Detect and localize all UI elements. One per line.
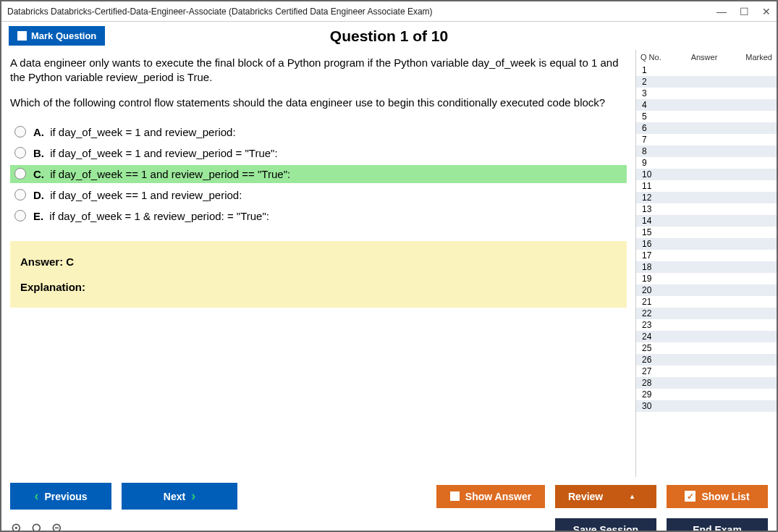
question-list-row[interactable]: 9 bbox=[636, 157, 777, 169]
col-marked: Marked bbox=[736, 53, 772, 62]
radio-icon[interactable] bbox=[14, 168, 26, 180]
zoom-out-icon[interactable] bbox=[51, 522, 65, 533]
radio-icon[interactable] bbox=[14, 126, 26, 138]
question-paragraph-2: Which of the following control flow stat… bbox=[10, 96, 627, 110]
close-icon[interactable]: ✕ bbox=[762, 6, 771, 17]
question-list-row[interactable]: 26 bbox=[636, 354, 777, 366]
radio-icon[interactable] bbox=[14, 189, 26, 200]
next-button[interactable]: Next› bbox=[122, 483, 237, 510]
next-button-label: Next bbox=[164, 491, 185, 502]
end-exam-button[interactable]: End Exam bbox=[667, 518, 768, 532]
question-header: Mark Question Question 1 of 10 bbox=[1, 22, 777, 50]
question-list-row[interactable]: 11 bbox=[636, 180, 777, 192]
mark-question-button[interactable]: Mark Question bbox=[9, 26, 105, 46]
zoom-controls bbox=[10, 522, 65, 533]
question-list-row[interactable]: 23 bbox=[636, 319, 777, 331]
option-label: D. if day_of_week == 1 and review_period… bbox=[33, 189, 242, 201]
zoom-reset-icon[interactable] bbox=[10, 522, 25, 533]
zoom-in-icon[interactable] bbox=[30, 522, 45, 533]
option-row-e[interactable]: E. if day_of_week = 1 & review_period: =… bbox=[10, 207, 627, 225]
answer-box: Answer: C Explanation: bbox=[10, 241, 627, 308]
show-list-button-label: Show List bbox=[701, 491, 749, 502]
question-list-row[interactable]: 22 bbox=[636, 308, 777, 319]
footer-region: ‹PreviousNext›Show AnswerReview▴✓Show Li… bbox=[1, 477, 777, 532]
radio-icon[interactable] bbox=[14, 210, 26, 221]
titlebar: Databricks Databricks-Certified-Data-Eng… bbox=[1, 1, 777, 22]
window-controls: — ☐ ✕ bbox=[716, 6, 771, 17]
end-exam-button-label: End Exam bbox=[693, 524, 742, 532]
question-list-row[interactable]: 5 bbox=[636, 111, 777, 122]
question-list-row[interactable]: 27 bbox=[636, 366, 777, 377]
question-list-row[interactable]: 1 bbox=[636, 64, 777, 76]
save-session-button[interactable]: Save Session bbox=[555, 518, 656, 532]
show-answer-button-label: Show Answer bbox=[465, 491, 531, 502]
minimize-icon[interactable]: — bbox=[716, 6, 727, 17]
option-label: C. if day_of_week == 1 and review_period… bbox=[33, 168, 290, 180]
question-list-row[interactable]: 14 bbox=[636, 215, 777, 227]
review-button[interactable]: Review▴ bbox=[555, 485, 656, 508]
show-list-button[interactable]: ✓Show List bbox=[667, 485, 768, 508]
previous-button[interactable]: ‹Previous bbox=[10, 483, 111, 510]
mark-question-label: Mark Question bbox=[31, 30, 96, 41]
window-title: Databricks Databricks-Certified-Data-Eng… bbox=[7, 7, 716, 17]
caret-up-icon: ▴ bbox=[630, 492, 634, 500]
question-list-row[interactable]: 10 bbox=[636, 169, 777, 180]
option-label: E. if day_of_week = 1 & review_period: =… bbox=[33, 210, 269, 222]
question-list-row[interactable]: 29 bbox=[636, 389, 777, 400]
question-list-rows[interactable]: 1234567891011121314151617181920212223242… bbox=[636, 64, 777, 477]
main-area: A data engineer only wants to execute th… bbox=[1, 50, 777, 477]
option-label: B. if day_of_week = 1 and review_period … bbox=[33, 147, 278, 159]
question-counter: Question 1 of 10 bbox=[1, 28, 777, 45]
question-list-row[interactable]: 24 bbox=[636, 331, 777, 342]
question-pane: A data engineer only wants to execute th… bbox=[1, 50, 635, 477]
question-list-row[interactable]: 16 bbox=[636, 238, 777, 250]
radio-icon[interactable] bbox=[14, 147, 26, 159]
option-row-a[interactable]: A. if day_of_week = 1 and review_period: bbox=[10, 123, 627, 141]
question-list-row[interactable]: 21 bbox=[636, 296, 777, 308]
question-list-row[interactable]: 12 bbox=[636, 192, 777, 203]
question-list-row[interactable]: 4 bbox=[636, 99, 777, 111]
checkbox-icon bbox=[450, 491, 460, 501]
question-list-row[interactable]: 20 bbox=[636, 284, 777, 296]
question-list-row[interactable]: 17 bbox=[636, 250, 777, 261]
col-qno: Q No. bbox=[640, 53, 672, 62]
question-list-header: Q No. Answer Marked bbox=[636, 50, 777, 64]
option-row-d[interactable]: D. if day_of_week == 1 and review_period… bbox=[10, 186, 627, 204]
question-list-row[interactable]: 28 bbox=[636, 377, 777, 389]
option-label: A. if day_of_week = 1 and review_period: bbox=[33, 126, 236, 138]
question-list-row[interactable]: 15 bbox=[636, 227, 777, 238]
question-list-panel: Q No. Answer Marked 12345678910111213141… bbox=[635, 50, 777, 477]
question-list-row[interactable]: 19 bbox=[636, 273, 777, 284]
question-paragraph-1: A data engineer only wants to execute th… bbox=[10, 56, 627, 85]
svg-point-2 bbox=[15, 526, 17, 528]
question-list-row[interactable]: 6 bbox=[636, 122, 777, 134]
chevron-left-icon: ‹ bbox=[34, 489, 38, 504]
maximize-icon[interactable]: ☐ bbox=[740, 6, 749, 17]
option-row-c[interactable]: C. if day_of_week == 1 and review_period… bbox=[10, 165, 627, 183]
question-list-row[interactable]: 7 bbox=[636, 134, 777, 145]
checkbox-icon bbox=[17, 31, 27, 41]
explanation-label: Explanation: bbox=[20, 281, 617, 293]
question-list-row[interactable]: 8 bbox=[636, 145, 777, 157]
question-list-row[interactable]: 25 bbox=[636, 342, 777, 354]
question-list-row[interactable]: 2 bbox=[636, 76, 777, 88]
question-list-row[interactable]: 30 bbox=[636, 400, 777, 412]
save-session-button-label: Save Session bbox=[573, 524, 638, 532]
answer-line: Answer: C bbox=[20, 256, 617, 268]
question-list-row[interactable]: 18 bbox=[636, 261, 777, 273]
svg-point-3 bbox=[33, 524, 40, 531]
col-answer: Answer bbox=[672, 53, 736, 62]
show-answer-button[interactable]: Show Answer bbox=[436, 485, 545, 508]
chevron-right-icon: › bbox=[191, 489, 195, 504]
previous-button-label: Previous bbox=[44, 491, 87, 502]
option-row-b[interactable]: B. if day_of_week = 1 and review_period … bbox=[10, 144, 627, 162]
review-button-label: Review bbox=[568, 491, 603, 502]
checkbox-checked-icon: ✓ bbox=[685, 491, 695, 502]
question-list-row[interactable]: 13 bbox=[636, 203, 777, 215]
question-list-row[interactable]: 3 bbox=[636, 88, 777, 99]
